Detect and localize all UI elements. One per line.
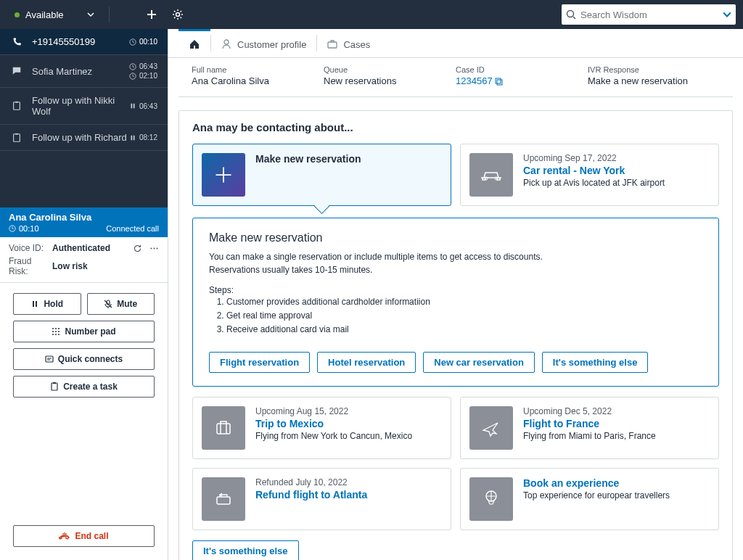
card-desc: Flying from New York to Cancun, Mexico — [255, 431, 412, 441]
contact-name: Follow up with Richard — [32, 132, 129, 143]
ivr-label: IVR Response — [588, 65, 720, 74]
detail-p2: Reservations usually takes 10-15 minutes… — [209, 263, 702, 276]
fraud-risk-label: Fraud Risk: — [9, 256, 52, 276]
tab-bar: Customer profile Cases — [168, 29, 743, 58]
svg-point-22 — [58, 334, 59, 335]
hotel-reservation-button[interactable]: Hotel reservation — [317, 352, 416, 373]
briefcase-icon — [327, 39, 337, 49]
wisdom-search[interactable] — [562, 4, 736, 25]
svg-point-20 — [52, 334, 54, 335]
detail-title: Make new reservation — [209, 231, 702, 244]
steps-list: Customer provides additional cardholder … — [226, 295, 702, 337]
mute-icon — [104, 300, 112, 308]
contact-row[interactable]: Follow up with Nikki Wolf 06:43 — [0, 88, 168, 125]
top-bar: Available — [0, 0, 743, 29]
svg-rect-5 — [14, 102, 20, 110]
sidebar: +19145550199 00:10 Sofia Martinez 06:43 … — [0, 29, 168, 560]
new-car-reservation-button[interactable]: New car reservation — [423, 352, 535, 373]
suggestion-card-book-experience[interactable]: Book an experienceTop experience for eur… — [460, 468, 719, 530]
suggestion-card-trip-mexico[interactable]: Upcoming Aug 15, 2022Trip to MexicoFlyin… — [192, 397, 451, 459]
contact-row[interactable]: Sofia Martinez 06:43 02:10 — [0, 55, 168, 88]
svg-rect-27 — [328, 42, 337, 48]
home-icon — [189, 38, 200, 50]
svg-rect-8 — [15, 133, 18, 134]
suggestion-card-refund-atlanta[interactable]: Refunded July 10, 2022Refund flight to A… — [192, 468, 451, 530]
card-desc: Top experience for europear travellers — [523, 490, 670, 501]
pause-icon — [30, 300, 39, 308]
contact-name: Sofia Martinez — [32, 66, 129, 77]
card-desc: Flying from Miami to Paris, France — [523, 431, 656, 441]
create-task-button[interactable]: Create a task — [13, 376, 155, 398]
suggestions-heading: Ana may be contacting about... — [192, 121, 719, 133]
svg-point-16 — [58, 328, 59, 329]
step-item: Customer provides additional cardholder … — [226, 295, 702, 309]
full-name-label: Full name — [192, 65, 324, 74]
steps-label: Steps: — [209, 285, 702, 295]
plane-icon — [469, 406, 513, 450]
step-item: Receive additional card via mail — [226, 323, 702, 337]
search-icon — [566, 9, 576, 20]
svg-point-10 — [150, 247, 152, 249]
quick-connects-button[interactable]: Quick connects — [13, 348, 155, 370]
add-button[interactable] — [146, 9, 157, 20]
svg-rect-23 — [46, 356, 53, 362]
something-else-button-bottom[interactable]: It's something else — [192, 540, 299, 560]
chat-icon — [10, 66, 23, 76]
agent-status-label: Available — [25, 9, 64, 20]
card-title: Trip to Mexico — [255, 418, 412, 429]
hold-button[interactable]: Hold — [13, 293, 81, 315]
svg-rect-32 — [217, 424, 230, 434]
refund-icon — [202, 477, 245, 521]
divider — [109, 7, 110, 22]
end-call-button[interactable]: End call — [13, 525, 155, 547]
suggestion-card-primary[interactable]: Make new reservation — [192, 144, 451, 206]
copy-icon[interactable] — [495, 78, 504, 86]
step-item: Get real time approval — [226, 309, 702, 323]
something-else-button[interactable]: It's something else — [542, 352, 649, 373]
svg-point-1 — [567, 11, 574, 17]
more-icon[interactable] — [149, 244, 159, 253]
customer-info-strip: Full nameAna Carolina Silva QueueNew res… — [178, 58, 733, 97]
wisdom-search-input[interactable] — [580, 9, 720, 20]
call-timer: 00:10 — [19, 224, 39, 233]
svg-point-19 — [58, 331, 59, 332]
tab-cases[interactable]: Cases — [317, 29, 380, 57]
card-date: Upcoming Aug 15, 2022 — [255, 406, 412, 416]
case-id-link[interactable]: 1234567 — [456, 75, 588, 86]
mute-button[interactable]: Mute — [87, 293, 155, 315]
task-icon — [50, 382, 59, 391]
suggestion-card-car-rental[interactable]: Upcoming Sep 17, 2022 Car rental - New Y… — [460, 144, 719, 206]
card-date: Refunded July 10, 2022 — [255, 477, 367, 487]
contact-row[interactable]: Follow up with Richard 08:12 — [0, 125, 168, 151]
svg-rect-24 — [52, 383, 57, 390]
main-content: Customer profile Cases Full nameAna Caro… — [168, 29, 743, 560]
refresh-icon[interactable] — [133, 244, 142, 253]
pause-icon — [129, 134, 136, 141]
clock-icon — [129, 38, 136, 46]
svg-rect-29 — [496, 78, 501, 83]
svg-point-14 — [52, 328, 54, 329]
agent-status-dropdown[interactable]: Available — [7, 9, 102, 20]
pause-icon — [129, 102, 136, 110]
contact-row[interactable]: +19145550199 00:10 — [0, 29, 168, 55]
active-caller-bar: Ana Carolina Silva 00:10 Connected call — [0, 207, 168, 237]
flight-reservation-button[interactable]: Flight reservation — [209, 352, 310, 373]
svg-point-15 — [55, 328, 57, 329]
suggestions-panel: Ana may be contacting about... Make new … — [178, 110, 733, 560]
task-icon — [10, 101, 23, 111]
suggestion-card-flight-france[interactable]: Upcoming Dec 5, 2022Flight to FranceFlyi… — [460, 397, 719, 459]
suggestion-detail: Make new reservation You can make a sing… — [192, 218, 719, 387]
detail-p1: You can make a single reservation or inc… — [209, 250, 702, 263]
tab-home[interactable] — [178, 29, 210, 57]
settings-button[interactable] — [172, 9, 184, 20]
queue-label: Queue — [324, 65, 456, 74]
svg-rect-28 — [497, 80, 502, 85]
number-pad-button[interactable]: Number pad — [13, 321, 155, 342]
tab-customer-profile[interactable]: Customer profile — [211, 29, 316, 57]
chevron-down-icon[interactable] — [723, 10, 731, 19]
card-title: Car rental - New York — [523, 165, 665, 176]
card-desc: Pick up at Avis located at JFK airport — [523, 178, 665, 188]
balloon-icon — [469, 477, 513, 521]
svg-point-26 — [224, 40, 229, 44]
card-date: Upcoming Dec 5, 2022 — [523, 406, 656, 416]
